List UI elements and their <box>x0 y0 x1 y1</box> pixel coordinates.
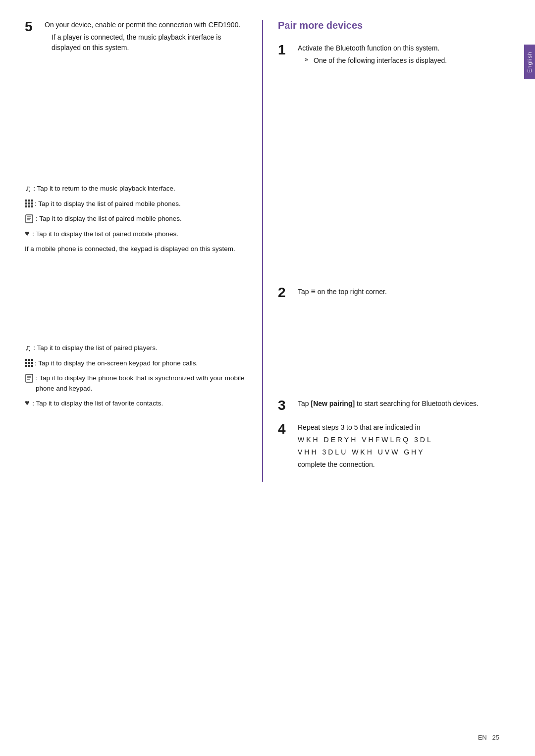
step-1-block: 1 Activate the Bluetooth function on thi… <box>278 43 499 68</box>
svg-rect-13 <box>25 359 27 361</box>
grid-icon-2 <box>25 358 35 367</box>
step-1-number: 1 <box>278 43 298 57</box>
right-column: Pair more devices 1 Activate the Bluetoo… <box>262 20 499 482</box>
svg-rect-0 <box>25 200 27 202</box>
arrow-bullet: » <box>305 55 314 63</box>
step-4-block: 4 Repeat steps 3 to 5 that are indicated… <box>278 422 499 472</box>
step-2-text: Tap ≡ on the top right corner. <box>298 286 499 298</box>
icon-heart-text: : Tap it to display the list of paired m… <box>31 229 178 239</box>
side-tab-label: English <box>527 51 533 72</box>
step-1-text: Activate the Bluetooth function on this … <box>298 43 499 53</box>
icon-phonebook-text: : Tap it to display the phone book that … <box>36 373 247 394</box>
step-4-number: 4 <box>278 422 298 436</box>
svg-rect-18 <box>31 362 33 364</box>
step-3-block: 3 Tap [New pairing] to start searching f… <box>278 399 499 412</box>
svg-rect-9 <box>26 215 33 223</box>
icon-phone-text: : Tap it to display the list of paired m… <box>36 214 182 224</box>
step-5-content: On your device, enable or permit the con… <box>45 20 247 55</box>
step-2-text-after: on the top right corner. <box>318 288 387 296</box>
step-2-block: 2 Tap ≡ on the top right corner. <box>278 286 499 300</box>
step-4-garbled-2: VHH 3DLU WKH UVW GHY <box>298 447 499 457</box>
icon-desc-music-players: ♫ : Tap it to display the list of paired… <box>25 343 247 353</box>
heart-icon: ♥ <box>25 229 30 238</box>
step-5-text: On your device, enable or permit the con… <box>45 20 247 30</box>
step-2-number: 2 <box>278 286 298 300</box>
grid-icon <box>25 199 35 208</box>
svg-rect-1 <box>28 200 30 202</box>
icon-desc-heart-favorites: ♥ : Tap it to display the list of favori… <box>25 399 247 408</box>
icon-desc-phone-paired: : Tap it to display the list of paired m… <box>25 214 247 224</box>
phone-book-icon <box>25 214 36 223</box>
page: English 5 On your device, enable or perm… <box>0 0 535 756</box>
step-3-text-after: to start searching for Bluetooth devices… <box>357 400 479 407</box>
pair-more-devices-heading: Pair more devices <box>278 20 499 33</box>
heart-icon-2: ♥ <box>25 399 30 407</box>
interface-placeholder <box>25 65 247 184</box>
main-content: 5 On your device, enable or permit the c… <box>0 0 524 756</box>
page-footer: EN 25 <box>478 734 499 741</box>
step-5-block: 5 On your device, enable or permit the c… <box>25 20 247 55</box>
step-3-text: Tap [New pairing] to start searching for… <box>298 399 499 409</box>
icon-desc-phonebook-sync: : Tap it to display the phone book that … <box>25 373 247 394</box>
step-4-content: Repeat steps 3 to 5 that are indicated i… <box>298 422 499 472</box>
step-1-content: Activate the Bluetooth function on this … <box>298 43 499 68</box>
icon-desc-music-playback: ♫ : Tap it to return to the music playba… <box>25 184 247 194</box>
left-column: 5 On your device, enable or permit the c… <box>25 20 262 482</box>
mobile-connected-note: If a mobile phone is connected, the keyp… <box>25 244 247 254</box>
svg-rect-16 <box>25 362 27 364</box>
step-5-subitem: If a player is connected, the music play… <box>52 32 247 53</box>
interface-image-area-2 <box>278 309 499 399</box>
step-1-subitem: » One of the following interfaces is dis… <box>305 55 499 68</box>
svg-rect-8 <box>31 205 33 207</box>
step-5-subtext: If a player is connected, the music play… <box>52 32 247 53</box>
step-4-text-before: Repeat steps 3 to 5 that are indicated i… <box>298 422 499 433</box>
icon-music-text: : Tap it to return to the music playback… <box>32 184 175 194</box>
step-1-subtext: One of the following interfaces is displ… <box>314 55 447 66</box>
icon-desc-grid-phones: : Tap it to display the list of paired m… <box>25 199 247 209</box>
music-note-icon-2: ♫ <box>25 343 32 353</box>
step-2-text-before: Tap <box>298 288 309 296</box>
icon-grid-text: : Tap it to display the list of paired m… <box>35 199 181 209</box>
icon-desc-top-group: ♫ : Tap it to return to the music playba… <box>25 184 247 254</box>
phone-book-icon-2 <box>25 373 36 382</box>
step-2-content: Tap ≡ on the top right corner. <box>298 286 499 300</box>
hamburger-icon: ≡ <box>311 287 315 296</box>
svg-rect-19 <box>25 365 27 367</box>
svg-rect-20 <box>28 365 30 367</box>
icon-desc-heart-phones: ♥ : Tap it to display the list of paired… <box>25 229 247 239</box>
svg-rect-6 <box>25 205 27 207</box>
svg-rect-4 <box>28 202 30 204</box>
new-pairing-bold: [New pairing] <box>311 400 355 407</box>
svg-rect-5 <box>31 202 33 204</box>
bottom-interface-placeholder <box>25 254 247 343</box>
step-3-content: Tap [New pairing] to start searching for… <box>298 399 499 411</box>
svg-rect-3 <box>25 202 27 204</box>
two-col-layout: 5 On your device, enable or permit the c… <box>25 20 499 482</box>
step-4-garbled-1: WKH DERYH VHFWLRQ 3DL <box>298 435 499 445</box>
step-5-number: 5 <box>25 20 45 34</box>
svg-rect-21 <box>31 365 33 367</box>
icon-desc-grid-keypad: : Tap it to display the on-screen keypad… <box>25 358 247 368</box>
footer-label: EN <box>478 734 487 741</box>
svg-rect-2 <box>31 200 33 202</box>
svg-rect-14 <box>28 359 30 361</box>
side-tab: English <box>524 45 535 79</box>
step-3-number: 3 <box>278 399 298 412</box>
step-3-text-before: Tap <box>298 400 309 407</box>
icon-music-players-text: : Tap it to display the list of paired p… <box>32 343 158 353</box>
svg-rect-22 <box>26 374 33 382</box>
step-4-text-after: complete the connection. <box>298 459 499 470</box>
icon-heart-favorites-text: : Tap it to display the list of favorite… <box>31 399 163 408</box>
footer-page-number: 25 <box>492 734 499 741</box>
svg-rect-17 <box>28 362 30 364</box>
svg-rect-7 <box>28 205 30 207</box>
icon-grid-keypad-text: : Tap it to display the on-screen keypad… <box>35 358 198 368</box>
music-note-icon: ♫ <box>25 184 32 194</box>
icon-desc-bottom-group: ♫ : Tap it to display the list of paired… <box>25 343 247 408</box>
svg-rect-15 <box>31 359 33 361</box>
interface-image-area <box>278 78 499 286</box>
